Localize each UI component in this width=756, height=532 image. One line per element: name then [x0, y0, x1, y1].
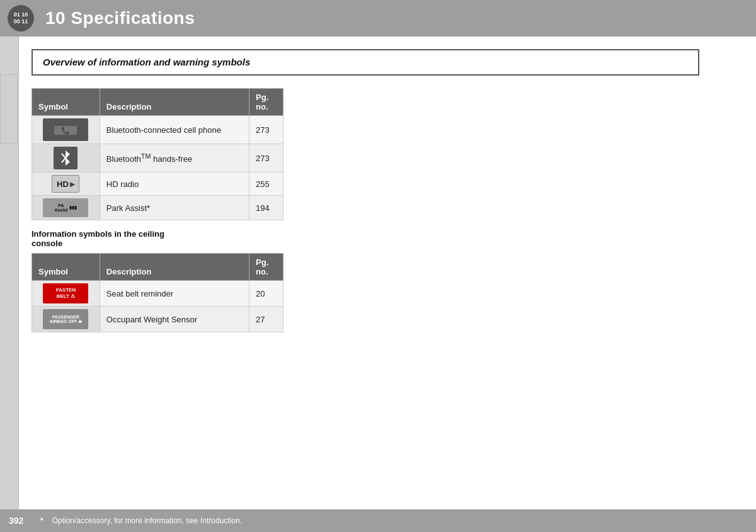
- description-cell: Park Assist*: [100, 196, 249, 220]
- table2-col-pg: Pg.no.: [249, 254, 284, 281]
- pg-cell: 20: [249, 281, 284, 307]
- table-row: PAAssist ▮▮▮ Park Assist* 194: [32, 196, 284, 220]
- airbag-icon: PASSENGERAIRBAG OFF ☠: [43, 309, 88, 329]
- symbol-cell: [32, 144, 100, 173]
- table1: Symbol Description Pg.no.: [32, 88, 284, 220]
- table2: Symbol Description Pg.no. FASTENBELT ⚠: [32, 253, 284, 332]
- page-header: 01 10 00 11 10 Specifications: [0, 0, 756, 37]
- chapter-icon-text: 01 10 00 11: [14, 11, 28, 25]
- pg-cell: 255: [249, 173, 284, 196]
- table1-col-pg: Pg.no.: [249, 89, 284, 116]
- park-assist-icon: PAAssist ▮▮▮: [43, 198, 88, 217]
- svg-text:📞: 📞: [61, 126, 70, 135]
- bluetooth-icon: [54, 147, 77, 169]
- table1-col-description: Description: [100, 89, 249, 116]
- table1-col-symbol: Symbol: [32, 89, 100, 116]
- table-row: FASTENBELT ⚠ Seat belt reminder 20: [32, 281, 284, 307]
- symbol-cell: PASSENGERAIRBAG OFF ☠: [32, 307, 100, 332]
- bluetooth-phone-icon: 📞: [43, 118, 88, 141]
- symbol-cell: PAAssist ▮▮▮: [32, 196, 100, 220]
- description-cell: Bluetooth-connected cell phone: [100, 116, 249, 144]
- hd-radio-icon: HD ▶: [52, 175, 79, 193]
- description-cell: Seat belt reminder: [100, 281, 249, 307]
- table2-col-description: Description: [100, 254, 249, 281]
- symbol-cell: FASTENBELT ⚠: [32, 281, 100, 307]
- pg-cell: 194: [249, 196, 284, 220]
- pg-cell: 27: [249, 307, 284, 332]
- fasten-belt-icon: FASTENBELT ⚠: [43, 283, 88, 303]
- main-area: 10 Overview of information and warning s…: [0, 37, 756, 509]
- overview-box: Overview of information and warning symb…: [32, 49, 699, 76]
- overview-title: Overview of information and warning symb…: [43, 57, 250, 67]
- pg-cell: 273: [249, 144, 284, 173]
- table-row: HD ▶ HD radio 255: [32, 173, 284, 196]
- page-footer: 392 * Option/accessory, for more informa…: [0, 509, 756, 532]
- description-cell: HD radio: [100, 173, 249, 196]
- page-title: 10 Specifications: [45, 8, 195, 28]
- phone-svg: 📞: [53, 122, 78, 137]
- content-area: Overview of information and warning symb…: [19, 37, 756, 509]
- chapter-icon: 01 10 00 11: [8, 5, 34, 31]
- section2-heading: Information symbols in the ceilingconsol…: [32, 229, 737, 248]
- symbol-cell: HD ▶: [32, 173, 100, 196]
- table2-col-symbol: Symbol: [32, 254, 100, 281]
- table-row: PASSENGERAIRBAG OFF ☠ Occupant Weight Se…: [32, 307, 284, 332]
- description-cell: Occupant Weight Sensor: [100, 307, 249, 332]
- symbol-cell: 📞: [32, 116, 100, 144]
- pg-cell: 273: [249, 116, 284, 144]
- footer-asterisk: *: [40, 516, 43, 525]
- table-row: 📞 Bluetooth-connected cell phone 273: [32, 116, 284, 144]
- page-number: 392: [9, 516, 32, 526]
- table-row: BluetoothTM hands-free 273: [32, 144, 284, 173]
- footer-note: Option/accessory, for more information, …: [52, 516, 242, 525]
- description-cell: BluetoothTM hands-free: [100, 144, 249, 173]
